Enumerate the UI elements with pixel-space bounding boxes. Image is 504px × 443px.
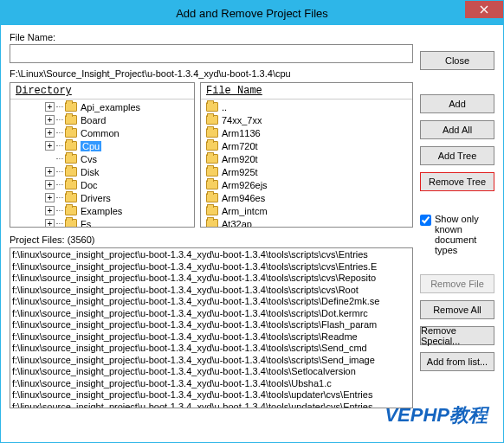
directory-pane: Directory +Api_examples+Board+Common+Cpu… <box>10 82 195 228</box>
tree-item-label: Api_examples <box>81 102 140 112</box>
folder-icon <box>206 102 218 112</box>
project-file-item[interactable]: f:\linux\source_insight_project\u-boot-1… <box>12 308 410 320</box>
file-item-label: Arm_intcm <box>222 206 268 216</box>
expander-icon[interactable]: + <box>45 167 55 177</box>
tree-item[interactable]: +Drivers <box>10 191 194 204</box>
project-file-item[interactable]: f:\linux\source_insight_project\u-boot-1… <box>12 389 410 401</box>
tree-item[interactable]: +Fs <box>10 217 194 227</box>
tree-item-label: Cpu <box>81 141 101 151</box>
add-from-list-button[interactable]: Add from list... <box>420 352 494 371</box>
file-item[interactable]: Arm926ejs <box>201 178 412 191</box>
folder-icon <box>65 154 77 164</box>
remove-file-button[interactable]: Remove File <box>420 274 494 293</box>
file-item[interactable]: 74xx_7xx <box>201 113 412 126</box>
project-file-item[interactable]: f:\linux\source_insight_project\u-boot-1… <box>12 366 410 378</box>
folder-icon <box>206 141 218 151</box>
file-item-label: Arm920t <box>222 154 258 164</box>
tree-item-label: Fs <box>81 219 91 228</box>
folder-icon <box>206 219 218 227</box>
project-files-label: Project Files: (3560) <box>10 234 413 245</box>
filename-input[interactable] <box>10 44 413 63</box>
file-item[interactable]: .. <box>201 100 412 113</box>
file-item[interactable]: At32ap <box>201 217 412 227</box>
folder-icon <box>65 206 77 215</box>
project-files-list[interactable]: f:\linux\source_insight_project\u-boot-1… <box>10 247 413 408</box>
folder-icon <box>206 115 218 125</box>
file-item[interactable]: Arm1136 <box>201 126 412 139</box>
project-file-item[interactable]: f:\linux\source_insight_project\u-boot-1… <box>12 343 410 355</box>
tree-item[interactable]: +Examples <box>10 204 194 217</box>
folder-icon <box>65 128 77 138</box>
close-window-button[interactable] <box>465 1 503 18</box>
tree-item-label: Cvs <box>81 154 97 164</box>
project-file-item[interactable]: f:\linux\source_insight_project\u-boot-1… <box>12 261 410 273</box>
filename-label: File Name: <box>10 32 413 42</box>
project-file-item[interactable]: f:\linux\source_insight_project\u-boot-1… <box>12 401 410 409</box>
tree-item-label: Examples <box>81 206 122 216</box>
expander-icon[interactable]: + <box>45 102 55 112</box>
expander-icon[interactable]: + <box>45 219 55 227</box>
directory-tree[interactable]: +Api_examples+Board+Common+CpuCvs+Disk+D… <box>10 100 194 227</box>
tree-item[interactable]: Cvs <box>10 152 194 165</box>
close-button[interactable]: Close <box>420 51 494 70</box>
add-all-button[interactable]: Add All <box>420 120 494 139</box>
show-known-types-checkbox[interactable]: Show only known document types <box>420 214 494 255</box>
add-tree-button[interactable]: Add Tree <box>420 146 494 165</box>
remove-tree-button[interactable]: Remove Tree <box>420 172 494 191</box>
file-item[interactable]: Arm720t <box>201 139 412 152</box>
expander-icon[interactable]: + <box>45 115 55 125</box>
folder-icon <box>65 193 77 202</box>
folder-icon <box>206 180 218 189</box>
folder-icon <box>206 206 218 215</box>
tree-item[interactable]: +Doc <box>10 178 194 191</box>
file-item-label: Arm946es <box>222 193 265 203</box>
tree-item[interactable]: +Board <box>10 113 194 126</box>
tree-item-label: Drivers <box>81 193 111 203</box>
project-file-item[interactable]: f:\linux\source_insight_project\u-boot-1… <box>12 285 410 297</box>
tree-item[interactable]: +Api_examples <box>10 100 194 113</box>
expander-icon[interactable]: + <box>45 141 55 151</box>
show-known-types-input[interactable] <box>420 215 431 226</box>
file-item-label: At32ap <box>222 219 252 228</box>
window-title: Add and Remove Project Files <box>176 7 328 20</box>
project-file-item[interactable]: f:\linux\source_insight_project\u-boot-1… <box>12 331 410 343</box>
folder-icon <box>65 219 77 227</box>
show-known-types-label: Show only known document types <box>435 214 494 255</box>
folder-icon <box>206 128 218 138</box>
expander-icon[interactable]: + <box>45 206 55 215</box>
file-item-label: .. <box>222 102 227 112</box>
project-file-item[interactable]: f:\linux\source_insight_project\u-boot-1… <box>12 355 410 367</box>
expander-icon[interactable]: + <box>45 128 55 138</box>
file-item-label: Arm720t <box>222 141 258 151</box>
remove-all-button[interactable]: Remove All <box>420 300 494 319</box>
file-header: File Name <box>201 83 412 100</box>
expander-icon[interactable]: + <box>45 180 55 189</box>
project-file-item[interactable]: f:\linux\source_insight_project\u-boot-1… <box>12 273 410 285</box>
folder-icon <box>206 167 218 177</box>
folder-icon <box>65 180 77 189</box>
tree-item[interactable]: +Common <box>10 126 194 139</box>
file-item[interactable]: Arm946es <box>201 191 412 204</box>
expander-icon[interactable]: + <box>45 193 55 202</box>
project-file-item[interactable]: f:\linux\source_insight_project\u-boot-1… <box>12 319 410 331</box>
project-file-item[interactable]: f:\linux\source_insight_project\u-boot-1… <box>12 378 410 390</box>
file-item-label: Arm926ejs <box>222 180 268 190</box>
file-item-label: 74xx_7xx <box>222 115 262 125</box>
file-item[interactable]: Arm925t <box>201 165 412 178</box>
project-file-item[interactable]: f:\linux\source_insight_project\u-boot-1… <box>12 296 410 308</box>
add-button[interactable]: Add <box>420 94 494 113</box>
folder-icon <box>65 167 77 177</box>
file-item-label: Arm925t <box>222 167 258 177</box>
tree-item[interactable]: +Cpu <box>10 139 194 152</box>
file-item[interactable]: Arm_intcm <box>201 204 412 217</box>
tree-item-label: Doc <box>81 180 98 190</box>
tree-item[interactable]: +Disk <box>10 165 194 178</box>
folder-icon <box>65 102 77 112</box>
folder-icon <box>65 141 77 151</box>
remove-special-button[interactable]: Remove Special... <box>420 326 494 345</box>
file-item[interactable]: Arm920t <box>201 152 412 165</box>
folder-icon <box>206 154 218 164</box>
file-item-label: Arm1136 <box>222 128 261 138</box>
file-list[interactable]: ..74xx_7xxArm1136Arm720tArm920tArm925tAr… <box>201 100 412 227</box>
project-file-item[interactable]: f:\linux\source_insight_project\u-boot-1… <box>12 249 410 261</box>
